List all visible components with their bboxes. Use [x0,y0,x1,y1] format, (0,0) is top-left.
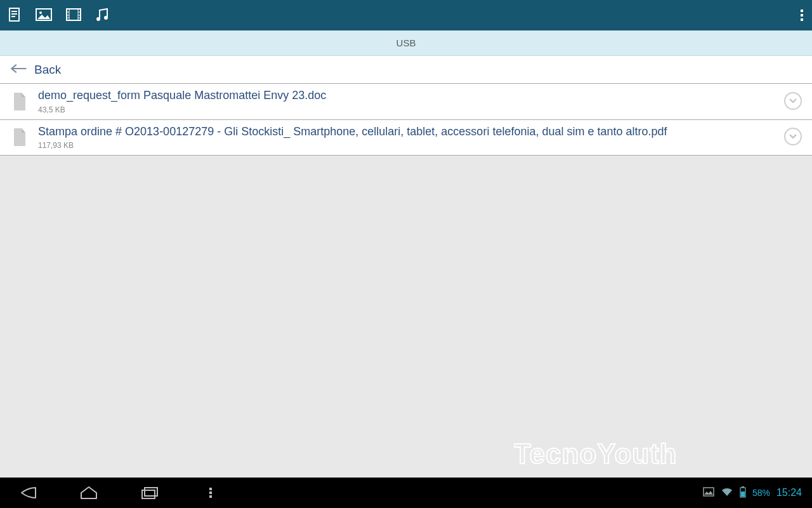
empty-area: TecnoYouth [0,156,812,478]
svg-point-16 [104,16,108,20]
watermark: TecnoYouth [514,437,806,475]
file-row[interactable]: Stampa ordine # O2013-00127279 - Gli Sto… [0,120,812,156]
svg-point-15 [96,17,100,21]
svg-rect-19 [801,18,803,21]
overflow-menu-icon[interactable] [799,8,804,23]
location-tab[interactable]: USB [0,30,812,56]
status-battery-icon [740,486,746,500]
svg-rect-24 [209,495,212,498]
file-name: demo_request_form Pasquale Mastromattei … [38,89,773,103]
image-filter-icon[interactable] [36,8,52,22]
svg-point-5 [39,11,42,14]
svg-rect-28 [741,491,745,497]
svg-rect-23 [209,491,212,494]
file-icon [13,128,27,146]
file-row[interactable]: demo_request_form Pasquale Mastromattei … [0,84,812,120]
nav-menu-icon[interactable] [198,480,223,505]
svg-rect-3 [11,16,15,17]
svg-rect-1 [11,11,17,12]
file-list: demo_request_form Pasquale Mastromattei … [0,84,812,156]
back-arrow-icon [9,63,27,77]
back-label: Back [34,63,61,77]
nav-recents-icon[interactable] [137,480,162,505]
svg-rect-17 [801,10,803,12]
nav-back-icon[interactable] [15,480,41,505]
status-image-icon [703,487,714,499]
battery-percent: 58% [752,488,770,498]
file-icon [13,93,27,110]
file-actions-button[interactable] [784,128,803,147]
app-top-bar [0,0,812,30]
video-filter-icon[interactable] [66,8,81,22]
music-filter-icon[interactable] [95,8,109,23]
file-meta: demo_request_form Pasquale Mastromattei … [38,89,773,114]
clock: 15:24 [776,487,802,498]
svg-rect-2 [11,13,17,15]
svg-rect-22 [209,488,212,490]
file-name: Stampa ordine # O2013-00127279 - Gli Sto… [38,125,773,139]
svg-rect-6 [67,9,81,20]
back-row[interactable]: Back [0,56,812,84]
svg-rect-18 [801,14,803,17]
media-filter-icons [8,8,109,23]
file-size: 43,5 KB [38,105,773,114]
status-wifi-icon [721,487,733,499]
document-filter-icon[interactable] [8,8,22,23]
system-nav-bar: 58% 15:24 [0,478,812,508]
svg-rect-25 [704,488,714,496]
svg-rect-27 [742,486,744,488]
watermark-text: TecnoYouth [514,438,678,469]
file-size: 117,93 KB [38,141,773,150]
status-area[interactable]: 58% 15:24 [703,478,802,508]
file-meta: Stampa ordine # O2013-00127279 - Gli Sto… [38,125,773,150]
nav-home-icon[interactable] [76,480,102,505]
file-actions-button[interactable] [784,92,803,111]
location-label: USB [396,37,416,48]
